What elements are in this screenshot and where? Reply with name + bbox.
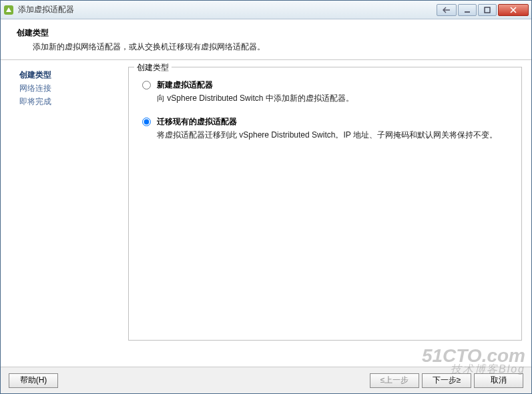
- svg-rect-2: [485, 7, 490, 13]
- next-button[interactable]: 下一步≥: [422, 373, 471, 388]
- close-button[interactable]: [498, 4, 529, 16]
- wizard-footer: 帮助(H) ≤上一步 下一步≥ 取消: [1, 367, 531, 393]
- group-legend: 创建类型: [134, 62, 172, 73]
- radio-migrate-adapter[interactable]: [142, 118, 151, 126]
- step-ready-complete[interactable]: 即将完成: [19, 96, 117, 108]
- maximize-button[interactable]: [478, 4, 497, 16]
- help-button[interactable]: 帮助(H): [9, 373, 58, 388]
- option-new-adapter: 新建虚拟适配器 向 vSphere Distributed Switch 中添加…: [142, 79, 512, 104]
- dialog-window: 添加虚拟适配器 创建类型 添加新的虚拟网络适配器，或从交换机迁移现有虚拟网络适配…: [0, 0, 532, 394]
- option-migrate-adapter-desc: 将虚拟适配器迁移到此 vSphere Distributed Switch。IP…: [157, 130, 512, 141]
- back-nav-button[interactable]: [437, 4, 457, 16]
- option-new-adapter-desc: 向 vSphere Distributed Switch 中添加新的虚拟适配器。: [157, 93, 512, 104]
- option-new-adapter-label[interactable]: 新建虚拟适配器: [142, 80, 213, 89]
- creation-type-group: 创建类型 新建虚拟适配器 向 vSphere Distributed Switc…: [128, 67, 522, 341]
- option-migrate-adapter-label[interactable]: 迁移现有的虚拟适配器: [142, 117, 237, 126]
- step-network-connection[interactable]: 网络连接: [19, 83, 117, 94]
- window-title: 添加虚拟适配器: [18, 4, 437, 15]
- step-creation-type[interactable]: 创建类型: [19, 69, 117, 81]
- cancel-button[interactable]: 取消: [474, 373, 523, 388]
- content-area: 创建类型 添加新的虚拟网络适配器，或从交换机迁移现有虚拟网络适配器。 创建类型 …: [1, 19, 531, 393]
- back-button[interactable]: ≤上一步: [370, 373, 419, 388]
- titlebar[interactable]: 添加虚拟适配器: [1, 1, 531, 19]
- wizard-body: 创建类型 网络连接 即将完成 创建类型 新建虚拟适配器 向 vSphere Di…: [1, 60, 531, 367]
- page-title: 创建类型: [17, 27, 521, 39]
- page-subtitle: 添加新的虚拟网络适配器，或从交换机迁移现有虚拟网络适配器。: [33, 41, 521, 53]
- main-panel: 创建类型 新建虚拟适配器 向 vSphere Distributed Switc…: [124, 60, 531, 367]
- app-icon: [3, 5, 14, 15]
- minimize-button[interactable]: [458, 4, 477, 16]
- radio-new-adapter[interactable]: [142, 81, 151, 89]
- wizard-header: 创建类型 添加新的虚拟网络适配器，或从交换机迁移现有虚拟网络适配器。: [1, 19, 531, 60]
- window-buttons: [437, 4, 529, 16]
- step-sidebar: 创建类型 网络连接 即将完成: [1, 60, 124, 367]
- option-migrate-adapter: 迁移现有的虚拟适配器 将虚拟适配器迁移到此 vSphere Distribute…: [142, 116, 512, 141]
